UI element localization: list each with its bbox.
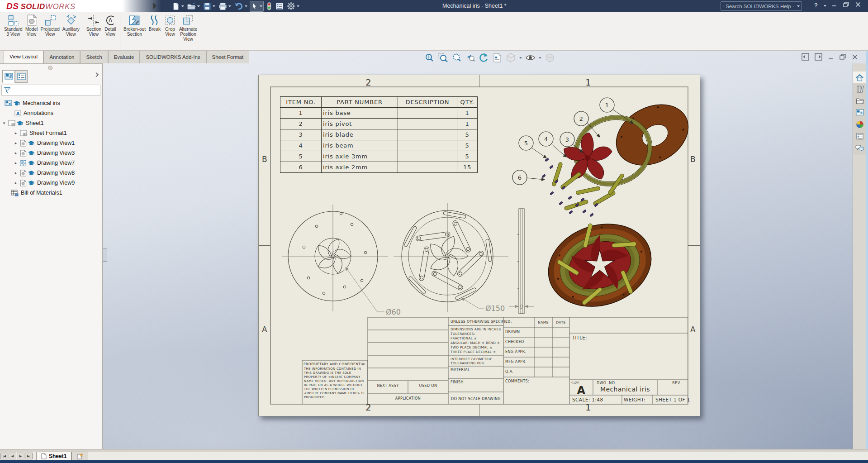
balloon-4[interactable]: 4 [539, 132, 553, 146]
bom-cell[interactable]: 5 [457, 129, 478, 140]
bom-cell[interactable] [398, 119, 457, 129]
tab-sketch[interactable]: Sketch [80, 51, 108, 63]
help-caret-icon[interactable] [824, 5, 826, 7]
custom-properties-tab[interactable] [853, 130, 866, 143]
tree-item-annotations[interactable]: A Annotations [0, 108, 116, 118]
dimension-thickness[interactable]: 9 [509, 303, 534, 310]
restore-document-icon[interactable] [840, 54, 846, 60]
previous-view-icon[interactable] [465, 53, 475, 63]
bom-cell[interactable] [398, 151, 457, 162]
standard-3-view-button[interactable]: Standard 3 View [3, 12, 24, 50]
balloon-5[interactable]: 5 [519, 136, 533, 150]
dropdown-caret-icon[interactable] [245, 5, 247, 7]
tree-item-drawing-view7[interactable]: ▸ Drawing View7 [0, 158, 116, 168]
expand-caret-icon[interactable]: ▸ [14, 141, 18, 145]
tab-annotation[interactable]: Annotation [43, 51, 80, 63]
sheet-tab-sheet1[interactable]: Sheet1 [36, 452, 71, 460]
bom-cell[interactable]: 4 [280, 140, 322, 151]
dropdown-caret-icon[interactable] [181, 5, 184, 7]
sheet-properties-icon[interactable] [492, 53, 503, 63]
view-display-style-icon[interactable] [506, 53, 516, 63]
section-view-button[interactable]: Section View [85, 12, 103, 50]
save-button[interactable] [202, 1, 216, 11]
zoom-in-out-icon[interactable] [451, 53, 462, 63]
bom-cell[interactable]: 2 [280, 119, 322, 129]
bom-cell[interactable] [398, 129, 457, 140]
select-tool-button[interactable] [250, 1, 264, 12]
detail-view-button[interactable]: A Detail View [103, 12, 118, 50]
help-button[interactable]: ? [814, 2, 818, 9]
filter-input[interactable] [13, 87, 100, 93]
previous-sheet-button[interactable]: ◀ [9, 453, 16, 459]
redraw-icon[interactable] [479, 53, 489, 63]
auxiliary-view-button[interactable]: Auxiliary View [61, 12, 81, 50]
property-manager-tab[interactable] [15, 70, 28, 83]
bom-cell[interactable] [398, 140, 457, 151]
bom-cell[interactable]: 1 [457, 108, 478, 119]
minimize-document-icon[interactable] [828, 54, 834, 60]
tree-item-drawing-view9[interactable]: ▸ Drawing View9 [0, 178, 116, 188]
print-button[interactable] [218, 1, 232, 11]
zoom-to-area-icon[interactable] [438, 53, 448, 63]
bom-cell[interactable]: 5 [457, 140, 478, 151]
tree-item-sheet1[interactable]: ▾ Sheet1 [0, 118, 104, 128]
collapse-caret-icon[interactable]: ▾ [2, 121, 6, 125]
bom-header[interactable]: PART NUMBER [322, 97, 398, 108]
forum-tab[interactable] [853, 142, 866, 154]
bom-cell[interactable]: 15 [457, 162, 478, 173]
tree-item-sheet-format1[interactable]: ▸ Sheet Format1 [0, 128, 116, 138]
panel-splitter-handle[interactable] [103, 248, 107, 262]
last-sheet-button[interactable]: ▶| [25, 453, 33, 459]
model-view-button[interactable]: Model View [24, 12, 39, 50]
rebuild-button[interactable] [265, 1, 273, 11]
drawing-view-front-base[interactable]: Ø60 [277, 198, 408, 334]
close-document-icon[interactable] [852, 54, 858, 60]
balloon-2[interactable]: 2 [574, 111, 588, 126]
bom-cell[interactable]: 1 [280, 108, 322, 119]
bom-cell[interactable] [398, 108, 457, 119]
broken-out-section-button[interactable]: Broken-out Section [122, 12, 147, 50]
dropdown-caret-icon[interactable] [197, 5, 200, 7]
restore-window-icon[interactable] [843, 2, 849, 7]
tab-view-layout[interactable]: View Layout [4, 50, 43, 63]
dropdown-caret-icon[interactable] [213, 5, 215, 7]
new-document-button[interactable] [171, 1, 185, 11]
panel-collapse-handle[interactable] [48, 66, 52, 70]
close-window-icon[interactable] [855, 2, 861, 7]
bom-cell[interactable]: 5 [280, 151, 322, 162]
bom-cell[interactable]: iris pivot [322, 119, 398, 129]
alternate-position-view-button[interactable]: Alternate Position View [178, 12, 199, 50]
menu-flyout-arrow-icon[interactable] [153, 2, 157, 10]
drawing-sheet[interactable]: 2 1 2 1 B A B A ITEM NO. PART NUMBER DES… [258, 75, 700, 416]
tab-solidworks-add-ins[interactable]: SOLIDWORKS Add-Ins [140, 51, 206, 63]
bom-cell[interactable]: 5 [457, 151, 478, 162]
bom-cell[interactable]: iris beam [322, 140, 398, 151]
tree-item-drawing-view1[interactable]: ▸ Drawing View1 [0, 138, 116, 148]
crop-view-button[interactable]: Crop View [162, 12, 178, 50]
add-sheet-button[interactable] [71, 452, 88, 460]
bom-cell[interactable]: iris base [322, 108, 398, 119]
search-icon[interactable] [793, 3, 794, 10]
expand-caret-icon[interactable]: ▸ [14, 161, 18, 165]
projected-view-button[interactable]: Projected View [39, 12, 61, 50]
tree-item-mechanical-iris[interactable]: Mechanical iris [0, 98, 106, 108]
search-input[interactable]: Search SOLIDWORKS Help [726, 4, 791, 9]
expand-panel-chevron-icon[interactable] [94, 72, 100, 77]
file-properties-button[interactable] [275, 1, 285, 11]
tree-item-bill-of-materials1[interactable]: Bill of Materials1 [0, 188, 112, 198]
dimension-d150[interactable]: Ø150 [461, 298, 505, 313]
dropdown-caret-icon[interactable] [260, 5, 262, 7]
tree-item-drawing-view3[interactable]: ▸ Drawing View3 [0, 148, 116, 158]
balloon-1[interactable]: 1 [600, 98, 614, 112]
balloon-6[interactable]: 6 [512, 170, 527, 185]
home-tab[interactable] [853, 72, 866, 84]
view-settings-icon[interactable] [545, 53, 555, 63]
options-button[interactable] [286, 1, 300, 11]
tree-filter[interactable] [1, 85, 100, 95]
expand-caret-icon[interactable]: ▸ [14, 131, 18, 135]
bom-header[interactable]: DESCRIPTION [398, 97, 457, 108]
bom-cell[interactable]: iris axle 3mm [322, 151, 398, 162]
view-palette-tab[interactable] [853, 107, 866, 119]
bom-cell[interactable]: 3 [280, 129, 322, 140]
file-explorer-tab[interactable] [853, 95, 866, 107]
